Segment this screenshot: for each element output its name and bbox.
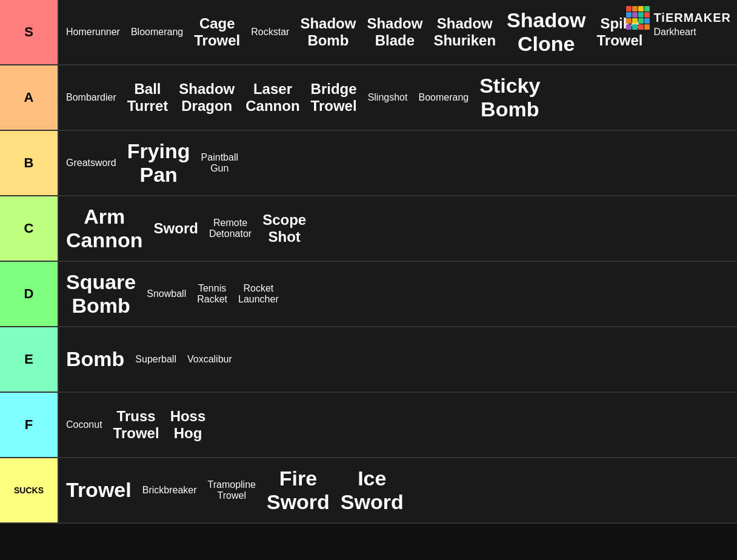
tier-label-a: A: [0, 65, 58, 130]
tier-item: Square Bomb: [61, 268, 141, 320]
tier-item: Ball Turret: [122, 78, 173, 116]
tier-label-sucks: SUCKS: [0, 458, 58, 522]
tier-row-a: ABombardierBall TurretShadow DragonLaser…: [0, 65, 737, 131]
tier-item: Boomerang: [413, 90, 473, 105]
tier-row-sucks: SUCKSTrowelBrickbreakerTramopline Trowel…: [0, 458, 737, 524]
tier-item: Bombardier: [61, 90, 121, 105]
tier-row-e: EBombSuperballVoxcalibur: [0, 327, 737, 393]
tier-row-b: BGreatswordFrying PanPaintball Gun: [0, 131, 737, 196]
tier-content-e: BombSuperballVoxcalibur: [58, 327, 737, 392]
tier-item: Tennis Racket: [192, 281, 232, 308]
tier-content-b: GreatswordFrying PanPaintball Gun: [58, 131, 737, 195]
tier-item: Greatsword: [61, 155, 121, 171]
tier-item: Hoss Hog: [165, 405, 211, 444]
tier-item: Fire Sword: [262, 464, 335, 516]
tier-item: Arm Cannon: [61, 202, 148, 255]
tier-item: Rockstar: [246, 24, 294, 40]
tier-item: Rocket Launcher: [233, 281, 284, 308]
tier-item: Sticky Bomb: [475, 72, 545, 124]
tier-item: Remote Detonator: [204, 215, 256, 242]
tier-row-c: CArm CannonSwordRemote DetonatorScope Sh…: [0, 196, 737, 262]
tier-item: Shadow Dragon: [174, 78, 239, 116]
tier-item: Truss Trowel: [108, 405, 164, 444]
tier-content-c: Arm CannonSwordRemote DetonatorScope Sho…: [58, 196, 737, 261]
tier-item: Paintball Gun: [196, 150, 243, 177]
logo-grid: [626, 6, 650, 30]
tier-label-e: E: [0, 327, 58, 392]
tier-item: Sword: [149, 218, 203, 239]
tier-label-b: B: [0, 131, 58, 195]
tier-item: Scope Shot: [258, 209, 311, 247]
tier-item: Shadow Clone: [502, 6, 590, 58]
tier-label-s: S: [0, 0, 58, 64]
tier-item: Shadow Shuriken: [429, 13, 501, 51]
tier-content-sucks: TrowelBrickbreakerTramopline TrowelFire …: [58, 458, 737, 522]
tier-content-f: CoconutTruss TrowelHoss Hog: [58, 393, 737, 457]
tier-item: Shadow Blade: [362, 13, 427, 51]
tier-item: Slingshot: [363, 90, 413, 105]
tier-content-d: Square BombSnowballTennis RacketRocket L…: [58, 262, 737, 326]
tier-item: Voxcalibur: [182, 352, 237, 367]
tier-item: Superball: [130, 352, 181, 367]
tier-label-c: C: [0, 196, 58, 261]
tiermaker-logo-text: TiERMAKER: [653, 11, 731, 25]
tier-item: Bridge Trowel: [306, 78, 362, 116]
tier-content-a: BombardierBall TurretShadow DragonLaser …: [58, 65, 737, 130]
tier-row-d: DSquare BombSnowballTennis RacketRocket …: [0, 262, 737, 327]
tier-item: Homerunner: [61, 24, 125, 40]
tier-item: Snowball: [142, 286, 191, 302]
tier-item: Tramopline Trowel: [203, 477, 261, 504]
tier-item: Laser Cannon: [241, 78, 304, 116]
tier-item: Brickbreaker: [138, 482, 202, 498]
tier-item: Bloomerang: [126, 24, 188, 40]
tier-item: Trowel: [61, 476, 136, 504]
tier-item: Coconut: [61, 417, 107, 433]
tier-label-f: F: [0, 393, 58, 457]
tier-item: Bomb: [61, 345, 129, 373]
tier-list: SHomerunnerBloomerangCage TrowelRockstar…: [0, 0, 737, 524]
tier-item: Frying Pan: [122, 137, 195, 189]
tier-row-f: FCoconutTruss TrowelHoss Hog: [0, 393, 737, 458]
tier-item: Ice Sword: [336, 464, 409, 516]
tier-item: Shadow Bomb: [295, 13, 361, 51]
tier-item: Cage Trowel: [189, 13, 245, 51]
tier-label-d: D: [0, 262, 58, 326]
